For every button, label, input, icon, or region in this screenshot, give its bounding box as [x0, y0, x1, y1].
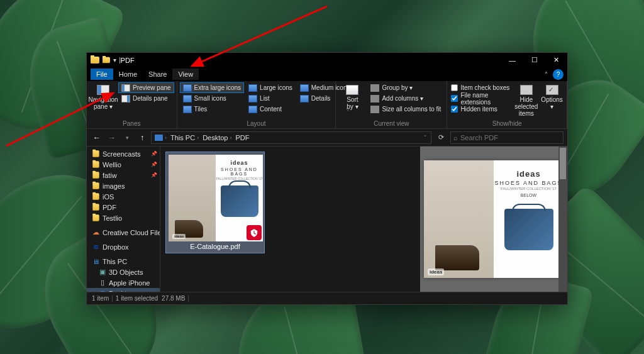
- sort-by-button[interactable]: ↓ Sort by ▾: [338, 82, 366, 119]
- tree-images[interactable]: images: [87, 180, 160, 191]
- tab-view[interactable]: View: [172, 69, 199, 80]
- qat-dropdown-icon[interactable]: ▾: [113, 57, 116, 64]
- options-button[interactable]: ✓ Options ▾: [540, 82, 564, 119]
- crumb-pc-icon[interactable]: ›: [153, 135, 169, 141]
- status-item-count: 1 item: [92, 295, 109, 302]
- pin-icon: 📌: [151, 151, 157, 157]
- breadcrumb[interactable]: › This PC› Desktop› PDF ˅: [151, 131, 431, 144]
- layout-extra-large-icons[interactable]: Extra large icons: [180, 82, 244, 93]
- details-pane-icon: [121, 95, 130, 102]
- pdf-badge-icon: [247, 225, 262, 240]
- hidden-items-label: Hidden items: [460, 106, 497, 113]
- tree-wellio[interactable]: Wellio📌: [87, 159, 160, 170]
- qat-folder-icon[interactable]: [103, 57, 110, 63]
- 3d-objects-icon: ▣: [98, 268, 106, 276]
- close-button[interactable]: ✕: [545, 53, 567, 67]
- large-icons-label: Large icons: [260, 84, 292, 91]
- preview-sub: FALL/WINTER COLLECTION '17: [494, 187, 562, 191]
- navigation-pane-button[interactable]: Navigation pane ▾: [89, 82, 117, 119]
- preview-sub2: BELOW: [494, 193, 562, 197]
- help-icon[interactable]: ?: [553, 69, 564, 80]
- size-columns-icon: [370, 106, 379, 113]
- crumb-this-pc[interactable]: This PC›: [169, 134, 201, 141]
- maximize-button[interactable]: ☐: [523, 53, 545, 67]
- file-list[interactable]: ideas ideas SHOES AND BAGS FALL/WINTER C…: [160, 147, 420, 292]
- back-button[interactable]: ←: [91, 131, 103, 144]
- preview-logo: ideas: [428, 268, 444, 275]
- tree-screencasts[interactable]: Screencasts📌: [87, 148, 160, 159]
- preview-scrollbar[interactable]: [558, 147, 567, 292]
- tree-3d-objects[interactable]: ▣3D Objects: [87, 267, 160, 277]
- history-dropdown-icon[interactable]: ˅: [421, 135, 430, 141]
- tree-dropbox[interactable]: ⧈Dropbox: [87, 241, 160, 252]
- folder-icon: [92, 214, 99, 221]
- preview-brand: ideas: [494, 169, 562, 179]
- tab-file[interactable]: File: [91, 69, 113, 80]
- hidden-items-checkbox[interactable]: [451, 106, 458, 113]
- collapse-ribbon-button[interactable]: ˄: [541, 71, 552, 78]
- minimize-button[interactable]: —: [501, 53, 523, 67]
- hidden-items-toggle[interactable]: Hidden items: [450, 104, 513, 114]
- options-label: Options ▾: [541, 96, 562, 110]
- up-button[interactable]: ↑: [136, 131, 148, 144]
- monitor-icon: [155, 135, 163, 141]
- catalog-logo: ideas: [172, 234, 186, 239]
- dropbox-icon: ⧈: [92, 243, 100, 251]
- ribbon-group-layout-label: Layout: [180, 119, 333, 128]
- details-pane-button[interactable]: Details pane: [118, 93, 174, 104]
- preview-pane-button[interactable]: Preview pane: [118, 82, 174, 93]
- hide-selected-icon: [520, 85, 533, 95]
- ribbon-group-layout: Extra large icons Small icons Tiles Larg…: [177, 81, 336, 128]
- search-icon: ⌕: [453, 134, 458, 141]
- layout-tiles[interactable]: Tiles: [180, 104, 244, 114]
- status-separator: |: [111, 295, 113, 302]
- ribbon-group-show-hide-label: Show/hide: [450, 119, 564, 128]
- folder-icon: [92, 150, 99, 157]
- file-tile[interactable]: ideas ideas SHOES AND BAGS FALL/WINTER C…: [165, 152, 265, 253]
- search-box[interactable]: ⌕: [450, 131, 564, 144]
- tree-fatiw[interactable]: fatiw📌: [87, 170, 160, 180]
- pin-icon: 📌: [151, 172, 157, 178]
- tree-ios[interactable]: iOS: [87, 191, 160, 202]
- search-input[interactable]: [460, 134, 560, 141]
- file-explorer-window: ▾ | PDF — ☐ ✕ File Home Share View ˄ ? N…: [86, 52, 568, 305]
- item-check-boxes-checkbox[interactable]: [451, 84, 458, 91]
- tree-pdf[interactable]: PDF: [87, 202, 160, 213]
- tree-this-pc[interactable]: 🖥This PC: [87, 256, 160, 267]
- layout-small-icons[interactable]: Small icons: [180, 93, 244, 104]
- navigation-tree[interactable]: Screencasts📌 Wellio📌 fatiw📌 images iOS P…: [87, 147, 160, 292]
- crumb-desktop[interactable]: Desktop›: [201, 134, 233, 141]
- catalog-tagline: SHOES AND BAGS: [216, 167, 263, 176]
- large-icons-icon: [248, 84, 257, 92]
- tree-creative-cloud[interactable]: ☁Creative Cloud Files: [87, 227, 160, 238]
- add-columns-button[interactable]: Add columns ▾: [367, 93, 444, 104]
- folder-icon: [92, 204, 99, 210]
- refresh-button[interactable]: ⟳: [434, 131, 448, 144]
- details-icon: [300, 95, 309, 102]
- size-columns-label: Size all columns to fit: [382, 106, 441, 113]
- options-icon: ✓: [546, 85, 558, 95]
- preview-pane-label: Preview pane: [133, 84, 171, 91]
- group-by-button[interactable]: Group by ▾: [367, 82, 444, 93]
- list-icon: [248, 95, 257, 102]
- tab-share[interactable]: Share: [143, 69, 172, 80]
- crumb-pdf[interactable]: PDF: [233, 134, 251, 141]
- file-thumbnail: ideas ideas SHOES AND BAGS FALL/WINTER C…: [169, 155, 263, 241]
- layout-large-icons[interactable]: Large icons: [245, 82, 296, 93]
- catalog-brand: ideas: [216, 160, 263, 166]
- titlebar[interactable]: ▾ | PDF — ☐ ✕: [87, 53, 567, 67]
- tab-home[interactable]: Home: [113, 69, 143, 80]
- tree-testlio[interactable]: Testlio: [87, 213, 160, 223]
- recent-locations-button[interactable]: ▾: [121, 131, 133, 144]
- forward-button[interactable]: →: [106, 131, 118, 144]
- file-name-extensions-toggle[interactable]: File name extensions: [450, 93, 513, 104]
- hide-selected-items-button[interactable]: Hide selected items: [514, 82, 538, 119]
- size-columns-button[interactable]: Size all columns to fit: [367, 104, 444, 114]
- scrollbar-thumb[interactable]: [560, 148, 566, 179]
- layout-content[interactable]: Content: [245, 104, 296, 114]
- layout-list[interactable]: List: [245, 93, 296, 104]
- sort-by-icon: ↓: [346, 85, 358, 95]
- file-name-ext-checkbox[interactable]: [451, 95, 458, 102]
- ribbon-group-current-view-label: Current view: [338, 119, 444, 128]
- tree-apple-iphone[interactable]: ▯Apple iPhone: [87, 277, 160, 288]
